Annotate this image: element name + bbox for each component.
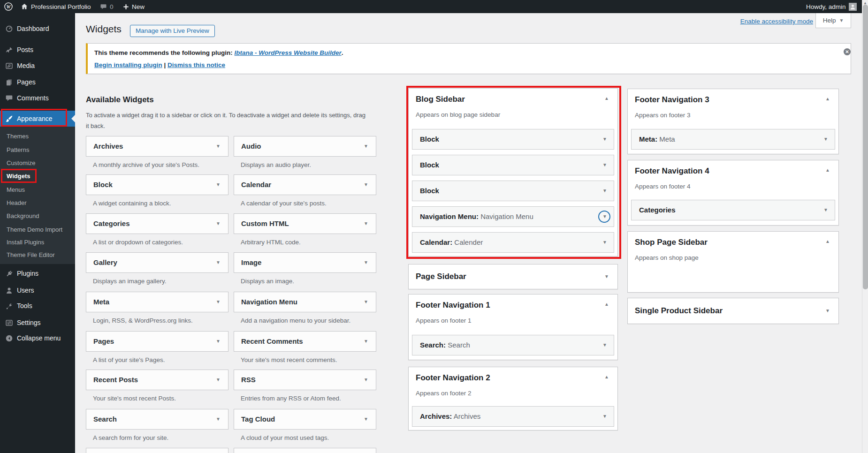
sidebar-subitem-menus[interactable]: Menus	[0, 183, 75, 196]
howdy-menu[interactable]: Howdy, admin	[806, 0, 857, 13]
widget-card-partial[interactable]	[86, 448, 228, 453]
sidebar-subitem-widgets[interactable]: Widgets	[0, 170, 75, 183]
dismiss-notice-link[interactable]: Dismiss this notice	[168, 61, 225, 68]
widget-card-categories[interactable]: Categories▼	[86, 213, 228, 234]
dismiss-icon[interactable]: ✕	[844, 48, 851, 55]
sidebar-item-comments[interactable]: Comments	[0, 90, 75, 106]
sidebar-subitem-theme-demo-import[interactable]: Theme Demo Import	[0, 223, 75, 236]
sidebar-item-settings[interactable]: Settings	[0, 315, 75, 331]
chevron-down-icon[interactable]: ▼	[364, 292, 368, 312]
chevron-down-icon[interactable]: ▼	[602, 335, 607, 355]
chevron-up-icon[interactable]: ▲	[604, 96, 609, 101]
scroll-thumb[interactable]	[863, 5, 868, 289]
scrollbar[interactable]: ▲	[862, 0, 868, 453]
sidebar-subitem-header[interactable]: Header	[0, 196, 75, 210]
widget-card-gallery[interactable]: Gallery▼	[86, 252, 228, 273]
chevron-down-icon[interactable]: ▼	[823, 129, 828, 149]
chevron-down-icon[interactable]: ▼	[364, 409, 368, 429]
sidebar-item-tools[interactable]: Tools	[0, 298, 75, 314]
chevron-down-icon[interactable]: ▼	[216, 370, 221, 390]
chevron-down-icon[interactable]: ▼	[216, 136, 221, 156]
sidebar-panel-footer-navigation-: Footer Navigation 1▲Appears on footer 1S…	[408, 294, 618, 360]
widget-card-tag-cloud[interactable]: Tag Cloud▼	[234, 409, 376, 430]
chevron-down-icon[interactable]: ▼	[602, 407, 607, 426]
new-button[interactable]: New	[123, 0, 145, 13]
chevron-down-icon[interactable]: ▼	[602, 181, 607, 201]
sidebar-item-appearance[interactable]: Appearance	[0, 111, 75, 127]
tools-icon	[4, 302, 14, 310]
sidebar-subitem-install-plugins[interactable]: Install Plugins	[0, 236, 75, 249]
chevron-down-icon[interactable]: ▼	[216, 409, 221, 429]
widget-bar-navigation-menu[interactable]: Navigation Menu: Navigation Menu▼	[412, 206, 614, 227]
widget-card-pages[interactable]: Pages▼	[86, 331, 228, 352]
begin-install-link[interactable]: Begin installing plugin	[94, 61, 162, 68]
chevron-up-icon[interactable]: ▲	[604, 375, 609, 379]
widget-card-meta[interactable]: Meta▼	[86, 292, 228, 312]
chevron-down-icon[interactable]: ▼	[216, 214, 221, 234]
chevron-down-icon[interactable]: ▼	[602, 155, 607, 175]
sidebar-item-collapse-menu[interactable]: Collapse menu	[0, 330, 75, 346]
widget-card-rss[interactable]: RSS▼	[234, 370, 376, 390]
widget-card-block[interactable]: Block▼	[86, 174, 228, 195]
panel-description: Appears on shop page	[635, 254, 699, 261]
sidebar-item-dashboard[interactable]: Dashboard	[0, 21, 75, 37]
widget-card-recent-posts[interactable]: Recent Posts▼	[86, 370, 228, 390]
sidebar-subitem-patterns[interactable]: Patterns	[0, 143, 75, 157]
widget-card-audio[interactable]: Audio▼	[234, 136, 376, 157]
sidebar-subitem-theme-file-editor[interactable]: Theme File Editor	[0, 249, 75, 262]
sidebar-item-users[interactable]: Users	[0, 282, 75, 298]
chevron-down-icon[interactable]: ▼	[823, 200, 828, 220]
chevron-down-icon[interactable]: ▼	[604, 274, 609, 279]
sidebar-item-media[interactable]: Media	[0, 58, 75, 74]
chevron-down-icon[interactable]: ▼	[364, 175, 368, 195]
comments-bubble[interactable]: 0	[100, 0, 114, 13]
widget-card-archives[interactable]: Archives▼	[86, 136, 228, 157]
sidebar-item-plugins[interactable]: Plugins	[0, 265, 75, 281]
widget-card-description: A list of your site's Pages.	[93, 356, 165, 363]
chevron-up-icon[interactable]: ▲	[825, 168, 830, 173]
widget-card-search[interactable]: Search▼	[86, 409, 228, 430]
chevron-down-icon[interactable]: ▼	[364, 332, 368, 351]
sidebar-subitem-customize[interactable]: Customize	[0, 157, 75, 170]
chevron-down-icon[interactable]: ▼	[364, 370, 368, 390]
chevron-down-icon[interactable]: ▼	[216, 175, 221, 195]
chevron-down-icon[interactable]: ▼	[216, 253, 221, 272]
widget-bar-meta[interactable]: Meta: Meta▼	[631, 129, 835, 150]
widget-card-partial[interactable]	[234, 448, 376, 453]
widget-bar-calendar[interactable]: Calendar: Calender▼	[412, 232, 614, 253]
help-tab[interactable]: Help ▼	[815, 13, 851, 28]
sidebar-subitem-background[interactable]: Background	[0, 210, 75, 223]
chevron-down-icon[interactable]: ▼	[364, 253, 368, 272]
chevron-down-icon[interactable]: ▼	[364, 136, 368, 156]
chevron-down-icon[interactable]: ▼	[825, 309, 830, 313]
chevron-down-icon[interactable]: ▼	[602, 207, 607, 226]
site-menu[interactable]: Professional Portfolio	[21, 0, 91, 13]
widget-bar-archives[interactable]: Archives: Archives▼	[412, 406, 614, 427]
accessibility-mode-link[interactable]: Enable accessibility mode	[740, 18, 813, 25]
widget-card-navigation-menu[interactable]: Navigation Menu▼	[234, 292, 376, 312]
chevron-up-icon[interactable]: ▲	[825, 97, 830, 101]
sidebar-item-pages[interactable]: Pages	[0, 74, 75, 90]
widget-bar-categories[interactable]: Categories▼	[631, 200, 835, 220]
chevron-up-icon[interactable]: ▲	[825, 239, 830, 244]
widget-bar-block[interactable]: Block▼	[412, 155, 614, 175]
chevron-down-icon[interactable]: ▼	[216, 292, 221, 312]
wordpress-logo-icon[interactable]: W	[4, 0, 13, 13]
widget-bar-search[interactable]: Search: Search▼	[412, 335, 614, 355]
widget-bar-block[interactable]: Block▼	[412, 181, 614, 201]
chevron-down-icon[interactable]: ▼	[216, 332, 221, 351]
chevron-down-icon[interactable]: ▼	[602, 129, 607, 149]
widget-card-custom-html[interactable]: Custom HTML▼	[234, 213, 376, 234]
widget-card-calendar[interactable]: Calendar▼	[234, 174, 376, 195]
admin-sidebar: DashboardPostsMediaPagesCommentsAppearan…	[0, 13, 75, 453]
manage-live-preview-button[interactable]: Manage with Live Preview	[130, 25, 215, 37]
chevron-down-icon[interactable]: ▼	[602, 233, 607, 252]
widget-card-recent-comments[interactable]: Recent Comments▼	[234, 331, 376, 352]
widget-bar-block[interactable]: Block▼	[412, 129, 614, 150]
plugin-link[interactable]: Ibtana - WordPress Website Builder	[235, 49, 342, 56]
sidebar-subitem-themes[interactable]: Themes	[0, 130, 75, 143]
widget-card-image[interactable]: Image▼	[234, 252, 376, 273]
chevron-up-icon[interactable]: ▲	[604, 302, 609, 307]
sidebar-item-posts[interactable]: Posts	[0, 42, 75, 58]
chevron-down-icon[interactable]: ▼	[364, 214, 368, 234]
